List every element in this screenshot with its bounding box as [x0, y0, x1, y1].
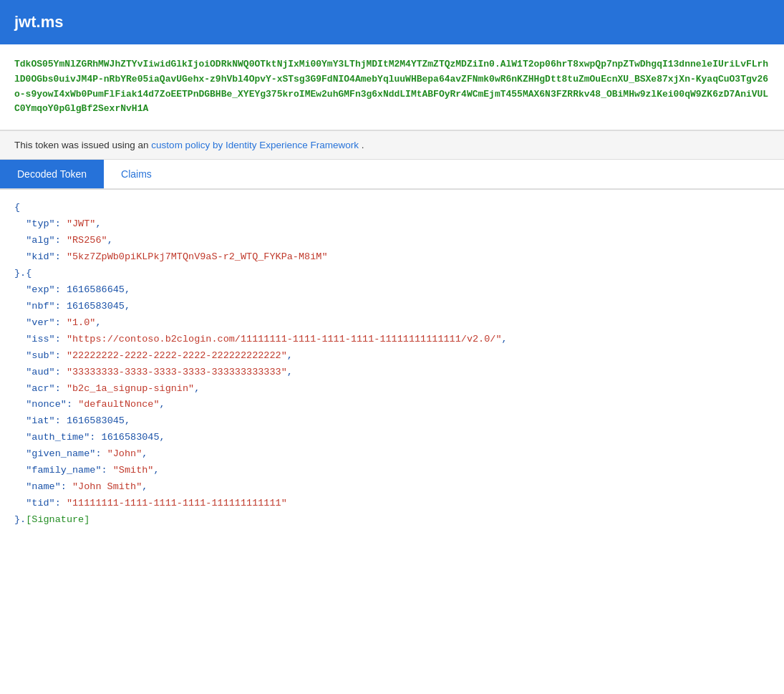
json-line-header-open: {: [14, 200, 770, 216]
json-key-acr: "acr": [26, 383, 55, 394]
json-line-family-name: "family_name": "Smith",: [14, 463, 770, 479]
token-text: TdkOS05YmNlZGRhMWJhZTYvIiwidGlkIjoiODRkN…: [14, 57, 770, 117]
json-key-exp: "exp": [26, 284, 55, 295]
json-line-given-name: "given_name": "John",: [14, 446, 770, 463]
json-line-kid: "kid": "5kz7ZpWb0piKLPkj7MTQnV9aS-r2_WTQ…: [14, 249, 770, 266]
json-line-sub: "sub": "22222222-2222-2222-2222-22222222…: [14, 348, 770, 365]
json-line-iat: "iat": 1616583045,: [14, 413, 770, 430]
json-key-family-name: "family_name": [26, 465, 101, 476]
notice-link[interactable]: custom policy by Identity Experience Fra…: [151, 140, 359, 150]
tab-decoded-token[interactable]: Decoded Token: [0, 160, 104, 188]
json-val-name: "John Smith": [72, 481, 142, 492]
json-brace-open: {: [14, 202, 20, 213]
json-val-kid: "5kz7ZpWb0piKLPkj7MTQnV9aS-r2_WTQ_FYKPa-…: [67, 251, 328, 262]
json-key-name: "name": [26, 481, 61, 492]
app-header: jwt.ms: [0, 0, 784, 44]
json-val-tid: "11111111-1111-1111-1111-111111111111": [67, 498, 287, 509]
json-line-typ: "typ": "JWT",: [14, 216, 770, 233]
json-val-exp: 1616586645: [67, 284, 125, 295]
json-signature-label: [Signature]: [26, 514, 89, 525]
json-line-nonce: "nonce": "defaultNonce",: [14, 397, 770, 413]
json-line-acr: "acr": "b2c_1a_signup-signin",: [14, 381, 770, 397]
json-key-given-name: "given_name": [26, 448, 95, 459]
json-key-auth-time: "auth_time": [26, 432, 89, 443]
tab-claims[interactable]: Claims: [104, 160, 169, 188]
json-line-name: "name": "John Smith",: [14, 479, 770, 496]
notice-bar: This token was issued using an custom po…: [0, 130, 784, 160]
json-payload-close: }.: [14, 514, 26, 525]
json-key-typ: "typ": [26, 218, 55, 229]
json-key-iat: "iat": [26, 415, 55, 426]
json-val-alg: "RS256": [67, 235, 107, 246]
json-val-sub: "22222222-2222-2222-2222-222222222222": [67, 350, 287, 361]
json-line-exp: "exp": 1616586645,: [14, 282, 770, 299]
json-val-iat: 1616583045: [67, 415, 125, 426]
json-line-payload-close: }.[Signature]: [14, 512, 770, 529]
json-val-acr: "b2c_1a_signup-signin": [67, 383, 194, 394]
json-key-nonce: "nonce": [26, 399, 67, 410]
app-title: jwt.ms: [14, 13, 63, 31]
notice-text: This token was issued using an: [14, 140, 151, 150]
json-val-auth-time: 1616583045: [102, 432, 160, 443]
json-key-sub: "sub": [26, 350, 55, 361]
json-val-family-name: "Smith": [113, 465, 154, 476]
json-key-kid: "kid": [26, 251, 55, 262]
json-val-typ: "JWT": [67, 218, 96, 229]
json-val-aud: "33333333-3333-3333-3333-333333333333": [67, 367, 287, 377]
json-line-header-close: }.{: [14, 266, 770, 282]
json-val-iss: "https://contoso.b2clogin.com/11111111-1…: [67, 334, 502, 344]
json-key-ver: "ver": [26, 317, 55, 328]
json-key-alg: "alg": [26, 235, 55, 246]
notice-text-end: .: [362, 140, 364, 150]
json-val-nonce: "defaultNonce": [78, 399, 159, 410]
json-content: { "typ": "JWT", "alg": "RS256", "kid": "…: [0, 190, 784, 543]
json-header-close: }.: [14, 268, 26, 279]
json-line-nbf: "nbf": 1616583045,: [14, 299, 770, 315]
json-val-nbf: 1616583045: [67, 301, 125, 312]
json-line-iss: "iss": "https://contoso.b2clogin.com/111…: [14, 332, 770, 348]
token-block: TdkOS05YmNlZGRhMWJhZTYvIiwidGlkIjoiODRkN…: [0, 44, 784, 130]
json-line-aud: "aud": "33333333-3333-3333-3333-33333333…: [14, 365, 770, 381]
tabs-bar: Decoded Token Claims: [0, 160, 784, 190]
json-line-auth-time: "auth_time": 1616583045,: [14, 430, 770, 446]
json-line-alg: "alg": "RS256",: [14, 233, 770, 249]
json-key-nbf: "nbf": [26, 301, 55, 312]
json-key-tid: "tid": [26, 498, 55, 509]
json-val-given-name: "John": [107, 448, 142, 459]
json-key-aud: "aud": [26, 367, 55, 377]
json-val-ver: "1.0": [67, 317, 96, 328]
json-key-iss: "iss": [26, 334, 55, 344]
json-line-tid: "tid": "11111111-1111-1111-1111-11111111…: [14, 496, 770, 512]
json-line-ver: "ver": "1.0",: [14, 315, 770, 332]
